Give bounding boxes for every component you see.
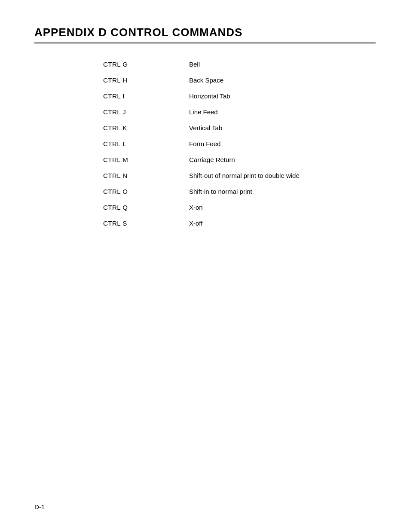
command-key: CTRL L — [103, 140, 155, 147]
command-description: Back Space — [189, 76, 223, 84]
commands-table: CTRL GBellCTRL HBack SpaceCTRL IHorizont… — [103, 61, 376, 227]
command-row: CTRL JLine Feed — [103, 108, 376, 116]
command-row: CTRL SX-off — [103, 220, 376, 227]
page: APPENDIX D CONTROL COMMANDS CTRL GBellCT… — [0, 0, 410, 532]
command-description: Form Feed — [189, 140, 220, 147]
command-key: CTRL O — [103, 188, 155, 195]
command-description: Line Feed — [189, 108, 218, 116]
command-key: CTRL Q — [103, 204, 155, 211]
command-row: CTRL GBell — [103, 61, 376, 68]
command-row: CTRL QX-on — [103, 204, 376, 211]
command-description: Horizontal Tab — [189, 92, 230, 100]
page-number: D-1 — [34, 503, 45, 511]
command-description: X-off — [189, 220, 202, 227]
command-key: CTRL J — [103, 108, 155, 116]
command-key: CTRL M — [103, 156, 155, 163]
command-description: X-on — [189, 204, 203, 211]
command-row: CTRL LForm Feed — [103, 140, 376, 147]
page-title: APPENDIX D CONTROL COMMANDS — [34, 26, 376, 43]
command-key: CTRL I — [103, 92, 155, 100]
command-key: CTRL S — [103, 220, 155, 227]
command-row: CTRL NShift-out of normal print to doubl… — [103, 172, 376, 179]
command-description: Shift-out of normal print to double wide — [189, 172, 300, 179]
command-row: CTRL IHorizontal Tab — [103, 92, 376, 100]
command-description: Shift-in to normal print — [189, 188, 252, 195]
command-key: CTRL K — [103, 124, 155, 131]
command-key: CTRL N — [103, 172, 155, 179]
command-key: CTRL G — [103, 61, 155, 68]
command-key: CTRL H — [103, 76, 155, 84]
command-row: CTRL MCarriage Return — [103, 156, 376, 163]
command-row: CTRL KVertical Tab — [103, 124, 376, 131]
command-row: CTRL HBack Space — [103, 76, 376, 84]
command-row: CTRL OShift-in to normal print — [103, 188, 376, 195]
command-description: Vertical Tab — [189, 124, 222, 131]
command-description: Bell — [189, 61, 200, 68]
command-description: Carriage Return — [189, 156, 235, 163]
